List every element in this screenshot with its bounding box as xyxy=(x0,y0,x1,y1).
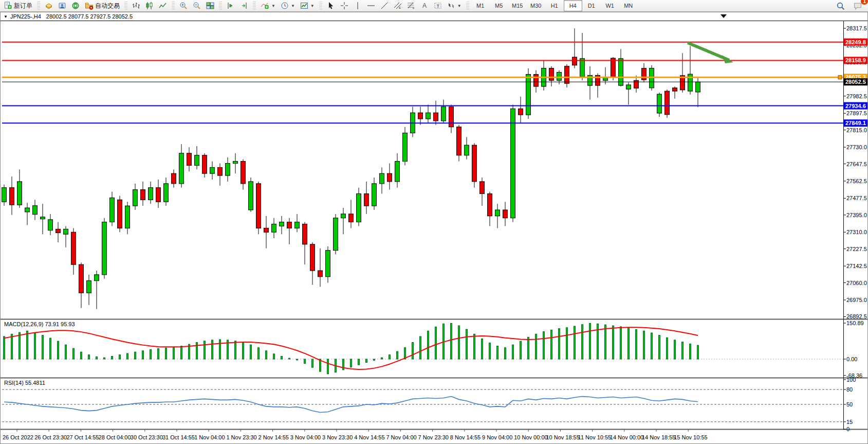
candle-body xyxy=(634,80,639,88)
macd-histogram-bar xyxy=(428,331,429,359)
auto-scroll-button[interactable] xyxy=(224,0,237,11)
vline-button[interactable] xyxy=(351,0,364,11)
cursor-button[interactable] xyxy=(324,0,338,11)
navigator-button[interactable] xyxy=(56,0,69,11)
rsi-tick-label: 15 xyxy=(846,419,853,425)
search-button[interactable] xyxy=(834,0,847,11)
zoom-in-button[interactable] xyxy=(177,0,190,11)
macd-histogram-bar xyxy=(505,348,506,359)
price-tick-label: 27227.5 xyxy=(846,246,867,252)
candle-body xyxy=(341,214,346,218)
chevron-down-icon[interactable]: ▼ xyxy=(271,4,275,8)
periods-button[interactable]: ▼ xyxy=(278,0,298,11)
chevron-down-icon[interactable]: ▼ xyxy=(291,4,295,8)
timeframe-m1[interactable]: M1 xyxy=(471,0,490,11)
new-order-button[interactable]: 新订单 xyxy=(1,0,35,11)
candle-body xyxy=(202,155,207,173)
macd-histogram-bar xyxy=(127,353,128,359)
timeframe-w1[interactable]: W1 xyxy=(601,0,619,11)
level-price-tag: 27849.1 xyxy=(845,120,866,126)
hline-button[interactable] xyxy=(364,0,378,11)
candle-body xyxy=(565,66,569,83)
price-chart-canvas[interactable]: 28317.528232.528150.027982.527897.527815… xyxy=(0,12,868,444)
tile-windows-button[interactable] xyxy=(204,0,217,11)
timeframe-h4[interactable]: H4 xyxy=(564,0,582,11)
price-tick-label: 27562.5 xyxy=(846,178,867,184)
channel-button[interactable]: E xyxy=(391,0,404,11)
level-price-tag: 28249.8 xyxy=(845,39,866,45)
chevron-down-icon[interactable]: ▼ xyxy=(457,4,461,8)
candle-body xyxy=(264,228,269,232)
market-watch-button[interactable] xyxy=(42,0,56,11)
rsi-tick-label: 80 xyxy=(846,386,853,393)
time-axis-label: 31 Oct 14:55 xyxy=(162,434,195,440)
text-button[interactable]: A xyxy=(418,0,431,11)
candle-body xyxy=(465,145,469,155)
fibonacci-button[interactable]: F xyxy=(404,0,418,11)
timeframe-m30[interactable]: M30 xyxy=(527,0,545,11)
trendline-icon xyxy=(380,2,389,10)
macd-tick-label: 150.89 xyxy=(846,320,864,326)
time-axis-label: 2 Nov 14:55 xyxy=(258,434,289,440)
candle-body xyxy=(426,113,431,119)
time-axis-label: 14 Nov 18:55 xyxy=(642,434,675,440)
macd-histogram-bar xyxy=(58,341,59,359)
chat-button[interactable]: 1 xyxy=(851,0,865,11)
macd-histogram-bar xyxy=(366,359,367,362)
chevron-down-icon[interactable]: ▼ xyxy=(310,4,315,8)
candle-body xyxy=(2,188,7,202)
svg-text:F: F xyxy=(413,7,415,10)
indicators-icon xyxy=(261,2,269,10)
timeframe-m5[interactable]: M5 xyxy=(490,0,508,11)
line-chart-button[interactable] xyxy=(156,0,170,11)
macd-histogram-bar xyxy=(327,359,329,374)
trendline-button[interactable] xyxy=(378,0,391,11)
chart-shift-marker[interactable] xyxy=(721,14,727,18)
macd-histogram-bar xyxy=(42,335,44,359)
chart-shift-button[interactable] xyxy=(237,0,251,11)
autotrading-icon xyxy=(85,2,94,10)
price-tick-label: 27897.5 xyxy=(846,110,867,116)
candle-body xyxy=(164,184,169,202)
level-line-handle[interactable] xyxy=(838,76,842,79)
price-tick-label: 27142.5 xyxy=(846,263,867,269)
candle-body xyxy=(557,73,562,81)
candle-body xyxy=(511,109,515,218)
timeframe-mn[interactable]: MN xyxy=(619,0,638,11)
timeframe-m15[interactable]: M15 xyxy=(508,0,527,11)
macd-histogram-bar xyxy=(297,359,298,360)
time-axis-label: 15 Nov 10:55 xyxy=(674,434,707,440)
candle-body xyxy=(318,271,323,277)
level-price-tag: 28158.9 xyxy=(845,57,866,63)
zoom-out-button[interactable] xyxy=(190,0,204,11)
toolbar-group-2 xyxy=(130,0,170,11)
macd-histogram-bar xyxy=(150,349,152,359)
chart-shift-icon xyxy=(240,2,248,10)
text-label-button[interactable]: T xyxy=(431,0,445,11)
arrows-button[interactable]: ▼ xyxy=(445,0,464,11)
candle-chart-button[interactable] xyxy=(143,0,156,11)
macd-histogram-bar xyxy=(104,358,105,359)
data-window-icon xyxy=(71,2,80,10)
indicators-button[interactable]: ▼ xyxy=(258,0,278,11)
candle-body xyxy=(488,194,492,216)
hline-icon xyxy=(367,2,375,10)
timeframe-d1[interactable]: D1 xyxy=(582,0,601,11)
macd-histogram-bar xyxy=(628,328,630,359)
toolbar-group-3 xyxy=(177,0,217,11)
macd-histogram-bar xyxy=(173,347,175,359)
macd-histogram-bar xyxy=(690,344,691,359)
price-tick-label: 27395.0 xyxy=(846,212,867,218)
data-window-button[interactable] xyxy=(69,0,82,11)
macd-histogram-bar xyxy=(142,351,144,359)
crosshair-button[interactable] xyxy=(338,0,351,11)
templates-button[interactable]: ▼ xyxy=(298,0,317,11)
bar-chart-button[interactable] xyxy=(130,0,143,11)
chart-window[interactable]: ▼ JPN225-,H4 28002.5 28077.5 27927.5 280… xyxy=(0,12,868,444)
timeframe-h1[interactable]: H1 xyxy=(545,0,564,11)
autotrading-button[interactable]: 自动交易 xyxy=(82,0,122,11)
new-order-icon xyxy=(4,2,12,10)
candle-body xyxy=(372,184,377,206)
periods-icon xyxy=(281,2,289,10)
trend-arrow-head[interactable] xyxy=(722,55,733,63)
